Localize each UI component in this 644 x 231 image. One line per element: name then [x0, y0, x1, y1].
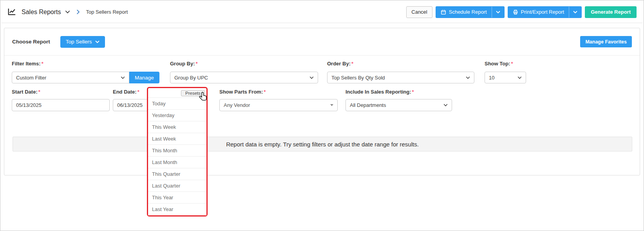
order-by-select[interactable]: Top Sellers By Qty Sold [327, 72, 474, 83]
group-by-select[interactable]: Group By UPC [170, 72, 318, 83]
date-presets-dropdown: Presets TodayYesterdayThis WeekLast Week… [147, 87, 208, 217]
breadcrumb: Sales Reports Top Sellers Report [7, 8, 128, 16]
presets-header: Presets [148, 88, 206, 98]
preset-item[interactable]: Last Month [148, 157, 206, 168]
show-parts-from-label: Show Parts From:* [219, 89, 266, 95]
top-bar: Sales Reports Top Sellers Report Cancel … [1, 1, 643, 23]
chevron-down-icon [95, 40, 99, 43]
generate-report-button[interactable]: Generate Report [585, 6, 637, 18]
print-export-button[interactable]: Print/Export Report [508, 6, 582, 18]
dropdown-triangle-icon [330, 104, 333, 106]
report-config-card: Choose Report Top Sellers Manage Favorit… [4, 28, 640, 175]
show-top-label: Show Top:* [485, 61, 513, 67]
show-parts-from-select[interactable]: Any Vendor [219, 99, 338, 111]
preset-item[interactable]: This Month [148, 145, 206, 157]
empty-report-message: Report data is empty. Try setting filter… [13, 137, 632, 152]
end-date-label: End Date:* [113, 89, 139, 95]
presets-list: TodayYesterdayThis WeekLast WeekThis Mon… [148, 98, 206, 215]
printer-icon [513, 9, 518, 15]
presets-button[interactable]: Presets [181, 90, 205, 96]
chevron-down-icon [443, 104, 448, 106]
filter-items-label: Filter Items:* [12, 61, 43, 67]
schedule-report-button[interactable]: Schedule Report [436, 6, 505, 18]
choose-report-row: Choose Report Top Sellers Manage Favorit… [4, 28, 640, 56]
preset-item[interactable]: This Year [148, 192, 206, 204]
chevron-down-icon [466, 76, 470, 79]
include-in-sales-select[interactable]: All Departments [346, 99, 452, 111]
preset-item[interactable]: This Quarter [148, 168, 206, 180]
include-in-sales-label: Include In Sales Reporting:* [346, 89, 414, 95]
preset-item[interactable]: Today [148, 98, 206, 110]
chart-line-icon [7, 8, 16, 16]
calendar-icon [441, 9, 446, 15]
chevron-down-icon [517, 76, 522, 79]
preset-item[interactable]: This Week [148, 121, 206, 133]
preset-item[interactable]: Last Quarter [148, 180, 206, 192]
chevron-down-icon [121, 76, 125, 79]
chevron-down-icon [573, 11, 577, 14]
manage-favorites-button[interactable]: Manage Favorites [580, 36, 632, 47]
order-by-label: Order By:* [327, 61, 353, 67]
cancel-button[interactable]: Cancel [406, 6, 432, 18]
manage-filter-button[interactable]: Manage [129, 72, 159, 83]
preset-item[interactable]: Last Week [148, 133, 206, 145]
breadcrumb-current: Top Sellers Report [86, 9, 128, 15]
chevron-down-icon [309, 76, 314, 79]
page-title: Sales Reports [22, 9, 61, 16]
show-top-select[interactable]: 10 [485, 72, 526, 83]
group-by-label: Group By:* [170, 61, 198, 67]
chevron-down-icon [496, 11, 500, 14]
start-date-label: Start Date:* [12, 89, 40, 95]
start-date-input[interactable] [12, 99, 110, 111]
choose-report-label: Choose Report [12, 39, 50, 45]
schedule-report-dropdown-toggle[interactable] [492, 7, 504, 18]
report-type-dropdown[interactable]: Top Sellers [60, 36, 105, 48]
print-export-dropdown-toggle[interactable] [569, 7, 581, 18]
preset-item[interactable]: Last Year [148, 204, 206, 215]
preset-item[interactable]: Yesterday [148, 110, 206, 121]
breadcrumb-separator-icon [76, 9, 80, 14]
top-bar-actions: Cancel Schedule Report [406, 6, 637, 18]
filter-items-select[interactable]: Custom Filter [12, 72, 129, 83]
chevron-down-icon[interactable] [65, 10, 70, 14]
app-window: Sales Reports Top Sellers Report Cancel … [0, 0, 644, 231]
